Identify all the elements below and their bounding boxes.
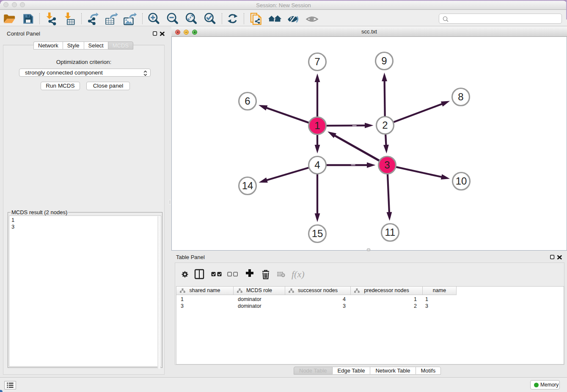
svg-text:7: 7 xyxy=(314,56,320,67)
svg-text:6: 6 xyxy=(245,95,250,107)
svg-text:8: 8 xyxy=(458,91,463,102)
svg-text:1: 1 xyxy=(314,120,320,131)
svg-text:15: 15 xyxy=(312,228,323,239)
svg-text:9: 9 xyxy=(381,55,387,66)
svg-text:2: 2 xyxy=(382,119,388,131)
svg-text:10: 10 xyxy=(456,175,467,187)
svg-text:f(x): f(x) xyxy=(292,269,305,279)
svg-text:4: 4 xyxy=(314,159,320,171)
svg-text:3: 3 xyxy=(384,159,390,171)
svg-text:14: 14 xyxy=(242,180,253,191)
svg-text:11: 11 xyxy=(385,226,396,238)
